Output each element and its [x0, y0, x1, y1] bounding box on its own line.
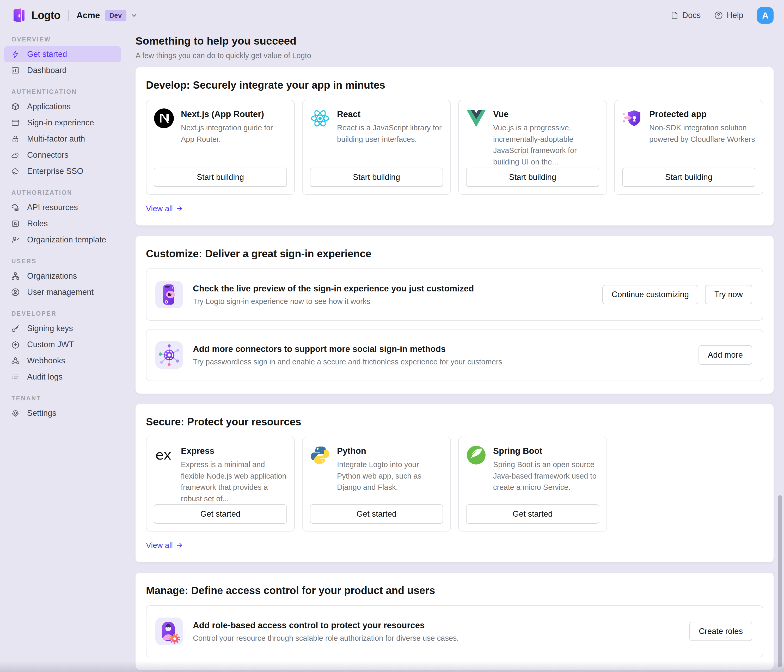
nextjs-logo-icon: [154, 108, 174, 129]
docs-link[interactable]: Docs: [670, 11, 701, 20]
sidebar-item-get-started[interactable]: Get started: [4, 46, 121, 62]
framework-card-description: Next.js integration guide for App Router…: [181, 122, 287, 145]
sidebar-section-authorization: AUTHORIZATION: [11, 189, 121, 196]
secure-panel-title: Secure: Protect your resources: [146, 416, 763, 428]
sidebar-item-audit-logs[interactable]: Audit logs: [4, 369, 121, 385]
clouds-icon: [11, 151, 20, 160]
framework-card-spring-boot[interactable]: Spring Boot Spring Boot is an open sourc…: [458, 437, 607, 532]
avatar[interactable]: A: [757, 7, 773, 24]
live-preview-row: Check the live preview of the sign-in ex…: [146, 269, 763, 320]
create-roles-button[interactable]: Create roles: [689, 622, 752, 641]
sidebar-section-authentication: AUTHENTICATION: [11, 89, 121, 95]
logto-logo-icon: [11, 8, 26, 23]
add-connectors-title: Add more connectors to support more soci…: [193, 344, 689, 354]
secure-panel: Secure: Protect your resources ex Expres…: [135, 404, 773, 562]
arrow-right-icon: [176, 205, 183, 212]
develop-view-all-link[interactable]: View all: [146, 204, 183, 213]
tenant-selector[interactable]: Acme Dev: [77, 9, 138, 21]
framework-card-description: Vue.js is a progressive, incrementally-a…: [493, 122, 599, 168]
sidebar-section-overview: OVERVIEW: [11, 36, 121, 43]
sidebar-section-users: USERS: [11, 258, 121, 265]
help-label: Help: [726, 11, 744, 20]
sidebar-item-connectors[interactable]: Connectors: [4, 147, 121, 163]
sidebar-item-organizations[interactable]: Organizations: [4, 268, 121, 284]
develop-panel: Develop: Securely integrate your app in …: [135, 67, 773, 226]
framework-card-title: Python: [337, 445, 443, 456]
secure-view-all-link[interactable]: View all: [146, 541, 183, 550]
develop-card-grid: Next.js (App Router) Next.js integration…: [146, 100, 763, 195]
sidebar-item-webhooks[interactable]: Webhooks: [4, 353, 121, 369]
rbac-illustration-icon: [156, 618, 183, 645]
live-preview-subtitle: Try Logto sign-in experience now to see …: [193, 297, 593, 306]
framework-card-description: Integrate Logto into your Python web app…: [337, 459, 443, 493]
framework-card-vue[interactable]: Vue Vue.js is a progressive, incremental…: [458, 100, 607, 195]
env-badge: Dev: [105, 9, 127, 21]
start-building-button[interactable]: Start building: [622, 168, 755, 187]
lightning-icon: [11, 50, 20, 59]
topbar-divider: [68, 9, 69, 21]
sidebar-item-user-management[interactable]: User management: [4, 284, 121, 300]
chevron-down-icon: [130, 11, 138, 19]
rbac-row: Add role-based access control to protect…: [146, 605, 763, 657]
page-subtitle: A few things you can do to quickly get v…: [135, 51, 773, 60]
start-building-button[interactable]: Start building: [466, 168, 599, 187]
brand-name: Logto: [31, 9, 61, 22]
sidebar-item-enterprise-sso[interactable]: Enterprise SSO: [4, 163, 121, 179]
protected-app-shield-icon: [622, 108, 642, 129]
framework-card-title: Express: [181, 445, 287, 456]
get-started-button[interactable]: Get started: [466, 504, 599, 524]
person-check-icon: [11, 235, 20, 244]
vertical-scrollbar[interactable]: [778, 495, 782, 667]
get-started-button[interactable]: Get started: [310, 504, 443, 524]
phone-preview-illustration-icon: [156, 281, 183, 308]
cube-icon: [11, 102, 20, 111]
try-now-button[interactable]: Try now: [705, 285, 752, 304]
tenant-name: Acme: [77, 11, 100, 20]
sidebar-item-roles[interactable]: Roles: [4, 216, 121, 232]
framework-card-title: Next.js (App Router): [181, 108, 287, 119]
framework-card-nextjs[interactable]: Next.js (App Router) Next.js integration…: [146, 100, 295, 195]
lock-icon: [11, 134, 20, 143]
secure-card-grid: ex Express Express is a minimal and flex…: [146, 437, 763, 532]
rbac-subtitle: Control your resource through scalable r…: [193, 634, 680, 642]
add-more-button[interactable]: Add more: [698, 345, 752, 365]
bar-chart-icon: [11, 66, 20, 75]
document-icon: [670, 11, 679, 20]
start-building-button[interactable]: Start building: [310, 168, 443, 187]
sidebar-item-organization-template[interactable]: Organization template: [4, 232, 121, 248]
cloud-key-icon: [11, 167, 20, 176]
sidebar-item-api-resources[interactable]: API resources: [4, 199, 121, 216]
sidebar-item-signing-keys[interactable]: Signing keys: [4, 320, 121, 336]
docs-label: Docs: [682, 11, 701, 20]
continue-customizing-button[interactable]: Continue customizing: [602, 285, 698, 304]
develop-panel-title: Develop: Securely integrate your app in …: [146, 79, 763, 91]
sidebar-item-multi-factor-auth[interactable]: Multi-factor auth: [4, 131, 121, 147]
sidebar-item-custom-jwt[interactable]: Custom JWT: [4, 336, 121, 353]
sidebar-section-tenant: TENANT: [11, 395, 121, 402]
live-preview-title: Check the live preview of the sign-in ex…: [193, 284, 593, 294]
framework-card-python[interactable]: Python Integrate Logto into your Python …: [302, 437, 451, 532]
help-link[interactable]: Help: [714, 11, 744, 20]
sidebar-item-dashboard[interactable]: Dashboard: [4, 62, 121, 78]
react-logo-icon: [310, 108, 330, 129]
cloud-box-icon: [11, 203, 20, 212]
framework-card-protected-app[interactable]: Protected app Non-SDK integration soluti…: [614, 100, 763, 195]
id-card-icon: [11, 219, 20, 228]
get-started-button[interactable]: Get started: [154, 504, 287, 524]
sidebar-item-settings[interactable]: Settings: [4, 405, 121, 421]
sidebar-item-applications[interactable]: Applications: [4, 98, 121, 115]
start-building-button[interactable]: Start building: [154, 168, 287, 187]
page-title: Something to help you succeed: [135, 35, 773, 47]
org-chart-icon: [11, 272, 20, 280]
logo[interactable]: Logto: [11, 8, 61, 23]
sidebar: OVERVIEW Get started Dashboard AUTHENTIC…: [0, 31, 125, 672]
customize-panel-title: Customize: Deliver a great sign-in exper…: [146, 248, 763, 260]
framework-card-description: Express is a minimal and flexible Node.j…: [181, 459, 287, 504]
webhook-icon: [11, 356, 20, 365]
customize-panel: Customize: Deliver a great sign-in exper…: [135, 236, 773, 394]
manage-panel-title: Manage: Define access control for your p…: [146, 585, 763, 596]
list-icon: [11, 372, 20, 381]
sidebar-item-sign-in-experience[interactable]: Sign-in experience: [4, 115, 121, 131]
framework-card-react[interactable]: React React is a JavaScript library for …: [302, 100, 451, 195]
framework-card-express[interactable]: ex Express Express is a minimal and flex…: [146, 437, 295, 532]
